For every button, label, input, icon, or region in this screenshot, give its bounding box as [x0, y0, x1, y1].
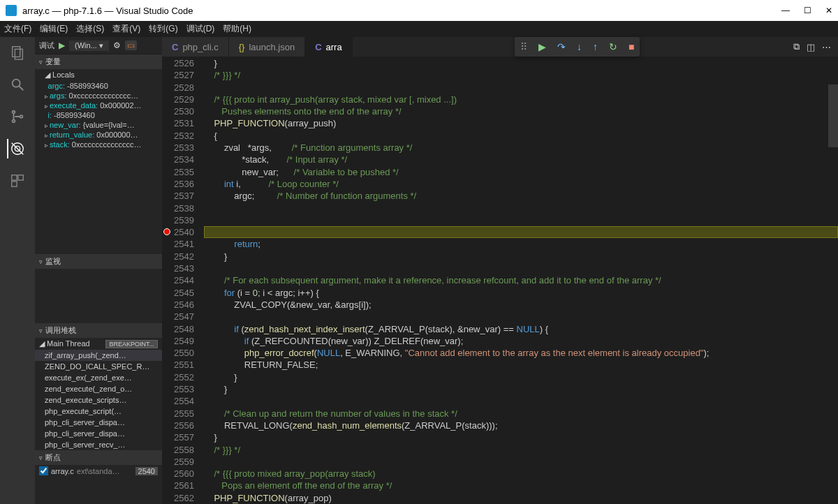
debug-icon[interactable] — [7, 139, 27, 158]
svg-rect-0 — [13, 47, 20, 57]
debug-settings-icon[interactable]: ⚙ — [113, 40, 121, 50]
breakpoints-header[interactable]: ▿断点 — [35, 450, 162, 465]
svg-rect-1 — [15, 49, 22, 59]
editor-tabs: Cphp_cli.c{}launch.jsonCarra⧉◫⋯ — [162, 37, 838, 57]
variables-header[interactable]: ▿变量 — [35, 54, 162, 69]
callstack-frame[interactable]: zend_execute(_zend_o… — [35, 383, 162, 394]
close-icon[interactable]: ✕ — [825, 6, 832, 15]
svg-rect-12 — [12, 181, 17, 186]
callstack-frame[interactable]: php_cli_server_dispa… — [35, 428, 162, 439]
step-into-icon[interactable]: ↓ — [577, 41, 582, 52]
svg-rect-10 — [12, 175, 17, 180]
callstack-frame[interactable]: php_cli_server_dispa… — [35, 417, 162, 428]
drag-handle-icon[interactable]: ⠿ — [520, 41, 527, 52]
compare-icon[interactable]: ⧉ — [793, 41, 800, 52]
variable-row[interactable]: i: -858993460 — [35, 110, 162, 120]
callstack-frame[interactable]: zend_execute_scripts… — [35, 394, 162, 406]
svg-point-4 — [13, 111, 15, 114]
menu-item[interactable]: 调试(D) — [186, 23, 215, 35]
more-icon[interactable]: ⋯ — [822, 42, 831, 52]
titlebar: array.c — php-7.1.6 — Visual Studio Code… — [0, 0, 838, 21]
menu-item[interactable]: 帮助(H) — [223, 23, 251, 35]
maximize-icon[interactable]: ☐ — [804, 6, 811, 15]
svg-line-3 — [20, 87, 24, 91]
variable-row[interactable]: ▹args: 0xcccccccccccccc… — [35, 91, 162, 101]
variable-row[interactable]: ▹execute_data: 0x000002… — [35, 101, 162, 110]
minimize-icon[interactable]: — — [781, 6, 790, 15]
menubar: 文件(F)编辑(E)选择(S)查看(V)转到(G)调试(D)帮助(H) — [0, 21, 838, 37]
watch-header[interactable]: ▿监视 — [35, 254, 162, 269]
menu-item[interactable]: 选择(S) — [76, 23, 104, 35]
editor-tab[interactable]: Cphp_cli.c — [162, 37, 229, 57]
stop-icon[interactable]: ■ — [628, 41, 634, 52]
svg-point-6 — [20, 115, 23, 118]
debug-sidebar: 调试 ▶ (Win... ▾ ⚙ ▭ ▿变量 ◢ Locals argc: -8… — [35, 37, 162, 504]
explorer-icon[interactable] — [8, 43, 27, 62]
callstack-frame[interactable]: php_cli_server_recv_… — [35, 439, 162, 450]
svg-point-5 — [13, 120, 15, 123]
activity-bar — [0, 37, 35, 504]
menu-item[interactable]: 查看(V) — [112, 23, 140, 35]
split-icon[interactable]: ◫ — [807, 42, 815, 52]
restart-icon[interactable]: ↻ — [609, 41, 617, 52]
variable-row[interactable]: argc: -858993460 — [35, 81, 162, 91]
variable-row[interactable]: ▹stack: 0xcccccccccccccc… — [35, 140, 162, 149]
step-over-icon[interactable]: ↷ — [557, 41, 566, 52]
debug-toolbar[interactable]: ⠿ ▶ ↷ ↓ ↑ ↻ ■ — [515, 37, 640, 57]
callstack-header[interactable]: ▿调用堆栈 — [35, 323, 162, 338]
debug-config-dropdown[interactable]: (Win... ▾ — [69, 40, 109, 51]
menu-item[interactable]: 转到(G) — [149, 23, 177, 35]
thread-row[interactable]: ◢ Main ThreadBREAKPOINT... — [35, 338, 162, 350]
editor-area: Cphp_cli.c{}launch.jsonCarra⧉◫⋯ ⠿ ▶ ↷ ↓ … — [162, 37, 838, 504]
start-debug-icon[interactable]: ▶ — [59, 40, 65, 50]
vscode-logo-icon — [6, 5, 17, 16]
git-icon[interactable] — [8, 107, 27, 126]
menu-item[interactable]: 编辑(E) — [40, 23, 68, 35]
editor-tab[interactable]: {}launch.json — [229, 37, 305, 57]
window-title: array.c — php-7.1.6 — Visual Studio Code — [22, 6, 193, 16]
locals-scope[interactable]: ◢ Locals — [35, 69, 162, 81]
code-editor[interactable]: 2526252725282529253025312532253325342535… — [162, 57, 838, 504]
extensions-icon[interactable] — [8, 171, 27, 191]
breakpoint-item[interactable]: array.c ext\standa… 2540 — [35, 465, 162, 477]
callstack-frame[interactable]: ZEND_DO_ICALL_SPEC_R… — [35, 361, 162, 372]
variable-row[interactable]: ▹return_value: 0x000000… — [35, 130, 162, 140]
search-icon[interactable] — [8, 75, 27, 94]
svg-point-2 — [13, 80, 20, 87]
editor-tab[interactable]: Carra — [305, 37, 353, 57]
svg-rect-11 — [18, 175, 23, 180]
step-out-icon[interactable]: ↑ — [593, 41, 598, 52]
variable-row[interactable]: ▹new_var: {value={lval=… — [35, 120, 162, 130]
debug-console-icon[interactable]: ▭ — [125, 40, 137, 50]
callstack-frame[interactable]: execute_ex(_zend_exe… — [35, 372, 162, 383]
callstack-frame[interactable]: php_execute_script(… — [35, 406, 162, 417]
menu-item[interactable]: 文件(F) — [4, 23, 31, 35]
callstack-frame[interactable]: zif_array_push(_zend… — [35, 350, 162, 361]
debug-label: 调试 — [39, 40, 54, 51]
breakpoint-checkbox[interactable] — [39, 466, 48, 475]
continue-icon[interactable]: ▶ — [538, 41, 546, 52]
